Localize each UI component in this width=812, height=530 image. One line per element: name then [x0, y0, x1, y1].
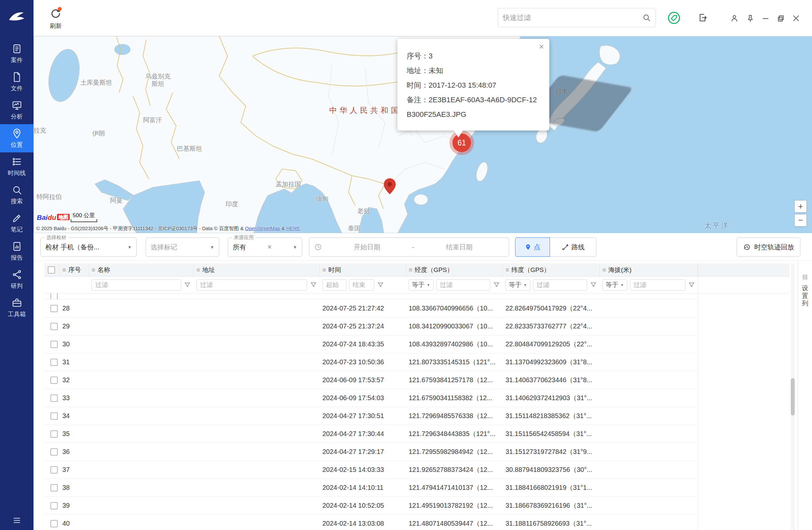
- refresh-button[interactable]: 刷新: [43, 3, 68, 34]
- row-checkbox[interactable]: [50, 305, 58, 312]
- point-mode-button[interactable]: 点: [515, 237, 550, 257]
- osm-link[interactable]: OpenStreetMap: [245, 225, 280, 231]
- zoom-out-button[interactable]: −: [794, 214, 807, 226]
- trajectory-playback-button[interactable]: 时空轨迹回放: [737, 237, 800, 257]
- sidebar-item-report[interactable]: 报告: [0, 237, 33, 265]
- table-row[interactable]: 36 2024-04-27 17:29:17 121.7295598298494…: [44, 443, 698, 461]
- row-checkbox[interactable]: [50, 448, 58, 456]
- select-all-checkbox[interactable]: [48, 266, 55, 274]
- sidebar-item-case[interactable]: 案件: [0, 40, 33, 68]
- header-time[interactable]: ≡时间: [320, 263, 406, 277]
- latitude-operator-select[interactable]: 等于▼: [506, 279, 531, 291]
- point-marker[interactable]: [384, 178, 396, 196]
- filter-funnel-icon[interactable]: [184, 281, 191, 289]
- table-scrollbar-thumb[interactable]: [791, 378, 795, 416]
- sidebar-item-judgment[interactable]: 研判: [0, 265, 33, 294]
- column-menu-icon[interactable]: ≡: [506, 266, 509, 274]
- filter-funnel-icon[interactable]: [493, 281, 500, 289]
- longitude-operator-select[interactable]: 等于▼: [409, 279, 434, 291]
- table-row[interactable]: 29 2024-07-25 21:37:24 108.3412099003306…: [44, 318, 698, 335]
- table-row[interactable]: 39 2024-02-14 10:52:05 121.4951901378219…: [44, 497, 698, 515]
- altitude-operator-select[interactable]: 等于▼: [603, 279, 627, 291]
- user-button[interactable]: [729, 13, 739, 23]
- header-altitude[interactable]: ≡海拔(米): [600, 263, 698, 277]
- row-checkbox[interactable]: [50, 413, 58, 420]
- table-row[interactable]: 30 2024-07-24 18:43:35 108.4393289740298…: [44, 335, 698, 353]
- row-checkbox[interactable]: [50, 484, 58, 491]
- time-start-filter-input[interactable]: [322, 279, 346, 291]
- address-filter-input[interactable]: [197, 279, 307, 291]
- marker-tag-button[interactable]: [667, 11, 681, 25]
- map-canvas[interactable]: 土库曼斯坦 乌兹别克斯坦 阿富汗 伊朗 拉克 巴基斯坦 特阿拉伯 阿曼 印度 孟…: [33, 36, 812, 233]
- sidebar-item-notes[interactable]: 笔记: [0, 209, 33, 237]
- quick-filter-input[interactable]: [503, 14, 642, 22]
- column-menu-icon[interactable]: ≡: [409, 266, 412, 274]
- quick-filter-searchbox[interactable]: [498, 8, 656, 27]
- evidence-select[interactable]: 选择检材 检材 手机（备份... ▼: [41, 237, 137, 257]
- sidebar-item-search[interactable]: 搜索: [0, 181, 33, 209]
- filter-funnel-icon[interactable]: [377, 281, 384, 289]
- row-checkbox[interactable]: [50, 466, 58, 474]
- row-checkbox[interactable]: [50, 359, 58, 366]
- sidebar-item-analysis[interactable]: 分析: [0, 96, 33, 124]
- column-menu-icon[interactable]: ≡: [197, 266, 200, 274]
- close-button[interactable]: [791, 13, 801, 23]
- column-menu-icon[interactable]: ≡: [603, 266, 606, 274]
- table-row[interactable]: 33 2024-06-09 17:54:03 121.6759034115838…: [44, 389, 698, 407]
- sidebar-item-timeline[interactable]: 时间线: [0, 152, 33, 181]
- time-end-filter-input[interactable]: [349, 279, 374, 291]
- latitude-filter-input[interactable]: [533, 279, 587, 291]
- sidebar-item-toolbox[interactable]: 工具箱: [0, 294, 33, 322]
- zoom-in-button[interactable]: +: [794, 200, 807, 212]
- header-name[interactable]: ≡名称: [89, 263, 194, 277]
- date-range-picker[interactable]: 开始日期 - 结束日期: [309, 237, 509, 257]
- marker-select[interactable]: 选择标记 ▼: [146, 237, 219, 257]
- row-checkbox[interactable]: [50, 377, 58, 384]
- altitude-filter-input[interactable]: [630, 279, 685, 291]
- filter-funnel-icon[interactable]: [590, 281, 597, 289]
- filter-funnel-icon[interactable]: [310, 281, 317, 289]
- table-row[interactable]: 38 2024-02-14 14:10:11 121.4794147141013…: [44, 479, 698, 497]
- name-filter-input[interactable]: [91, 279, 181, 291]
- column-settings-strip[interactable]: 设置列: [798, 261, 812, 530]
- source-app-select[interactable]: 来源应用 所有 × ▼: [228, 237, 302, 257]
- column-menu-icon[interactable]: ≡: [91, 266, 95, 274]
- header-serial[interactable]: ≡序号: [60, 263, 89, 277]
- column-menu-icon[interactable]: ≡: [322, 266, 326, 274]
- start-date-placeholder[interactable]: 开始日期: [322, 243, 412, 252]
- header-longitude[interactable]: ≡经度（GPS）: [406, 263, 503, 277]
- table-row[interactable]: 28 2024-07-25 21:27:42 108.3366704099665…: [44, 299, 698, 318]
- pin-window-button[interactable]: [745, 13, 755, 23]
- row-checkbox[interactable]: [50, 323, 58, 330]
- select-all-cell[interactable]: [44, 263, 60, 277]
- row-checkbox[interactable]: [50, 341, 58, 348]
- row-checkbox[interactable]: [50, 293, 58, 299]
- here-link[interactable]: HERE: [286, 225, 300, 231]
- table-row[interactable]: 40 2024-02-14 13:03:08 121.4807148053944…: [44, 515, 698, 530]
- column-menu-icon[interactable]: ≡: [62, 266, 66, 274]
- minimize-button[interactable]: [760, 13, 770, 23]
- table-row[interactable]: 35 2024-04-27 17:30:44 121.7296348443835…: [44, 425, 698, 443]
- row-checkbox[interactable]: [50, 430, 58, 438]
- search-icon[interactable]: [642, 13, 651, 22]
- clear-icon[interactable]: ×: [264, 243, 275, 251]
- export-button[interactable]: [697, 12, 708, 23]
- table-row[interactable]: 31 2024-07-23 10:50:36 121.8073335145315…: [44, 353, 698, 371]
- table-row[interactable]: 34 2024-04-27 17:30:51 121.7296948557633…: [44, 407, 698, 425]
- end-date-placeholder[interactable]: 结束日期: [414, 243, 504, 252]
- row-checkbox[interactable]: [50, 394, 58, 402]
- sidebar-collapse-button[interactable]: [0, 516, 33, 525]
- table-row-partial[interactable]: [44, 293, 698, 299]
- popup-close-icon[interactable]: ×: [539, 42, 544, 51]
- route-mode-button[interactable]: 路线: [550, 237, 596, 257]
- header-latitude[interactable]: ≡纬度（GPS）: [503, 263, 600, 277]
- table-row[interactable]: 37 2024-02-15 14:03:33 121.9265278837342…: [44, 461, 698, 479]
- row-checkbox[interactable]: [50, 520, 58, 527]
- restore-button[interactable]: [776, 13, 786, 23]
- longitude-filter-input[interactable]: [436, 279, 490, 291]
- table-row[interactable]: 32 2024-06-09 17:53:57 121.6759384125717…: [44, 371, 698, 389]
- filter-funnel-icon[interactable]: [688, 281, 695, 289]
- row-checkbox[interactable]: [50, 502, 58, 510]
- sidebar-item-files[interactable]: 文件: [0, 68, 33, 96]
- header-address[interactable]: ≡地址: [194, 263, 320, 277]
